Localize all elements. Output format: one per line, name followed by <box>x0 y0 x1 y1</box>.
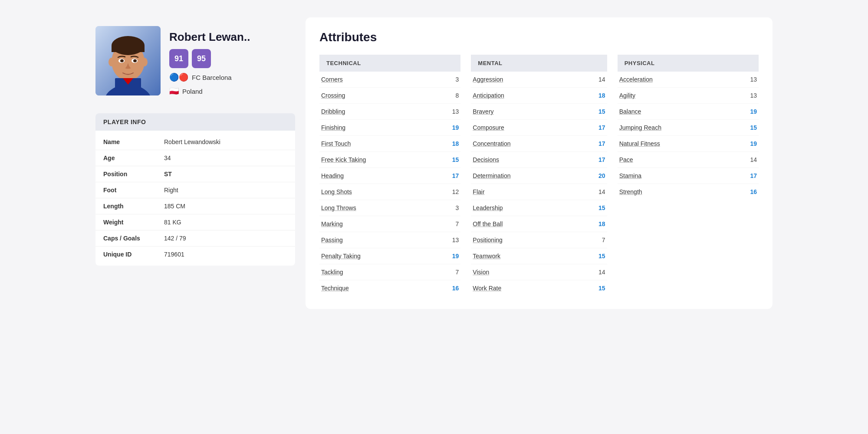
attr-name[interactable]: Composure <box>473 124 504 131</box>
attr-name[interactable]: Passing <box>321 237 343 243</box>
attr-value: 3 <box>456 76 459 83</box>
attr-value: 14 <box>598 76 605 83</box>
attr-name[interactable]: Finishing <box>321 124 345 131</box>
country-row: 🇵🇱 Poland <box>169 86 250 96</box>
rating-badge-2: 95 <box>192 49 211 68</box>
attr-row: Work Rate 15 <box>471 280 607 296</box>
attr-header-technical: TECHNICAL <box>319 55 460 72</box>
info-value: ST <box>164 171 172 178</box>
attr-row: Flair 14 <box>471 184 607 200</box>
attr-name[interactable]: Free Kick Taking <box>321 156 366 163</box>
attr-name[interactable]: Pace <box>619 156 633 163</box>
attr-row: Natural Fitness 19 <box>618 136 759 152</box>
attr-name[interactable]: Anticipation <box>473 92 504 99</box>
attr-value: 8 <box>456 92 459 99</box>
attr-name[interactable]: Penalty Taking <box>321 253 361 260</box>
svg-point-10 <box>108 58 115 66</box>
info-value: 34 <box>164 155 171 161</box>
left-panel: Robert Lewan.. 91 95 🔵🔴 FC Barcelona 🇵🇱 … <box>95 17 295 309</box>
attr-value: 19 <box>452 124 459 131</box>
info-label: Caps / Goals <box>103 235 164 242</box>
attr-value: 13 <box>750 76 757 83</box>
info-label: Age <box>103 155 164 161</box>
info-value: 719601 <box>164 251 184 258</box>
attr-name[interactable]: Tackling <box>321 269 343 276</box>
attr-name[interactable]: Positioning <box>473 237 503 243</box>
info-label: Unique ID <box>103 251 164 258</box>
svg-point-11 <box>141 58 148 66</box>
info-value: 142 / 79 <box>164 235 186 242</box>
attr-name[interactable]: Dribbling <box>321 108 345 115</box>
attr-column-technical: TECHNICAL Corners 3 Crossing 8 Dribbling… <box>319 55 466 296</box>
attr-name[interactable]: Marking <box>321 220 343 227</box>
attr-row: Tackling 7 <box>319 264 460 280</box>
attr-row: Composure 17 <box>471 120 607 136</box>
info-row: Position ST <box>95 166 295 182</box>
player-info-section: PLAYER INFO Name Robert Lewandowski Age … <box>95 113 295 266</box>
attr-value: 13 <box>452 108 459 115</box>
attr-value: 17 <box>598 156 605 163</box>
attr-name[interactable]: Agility <box>619 92 635 99</box>
attr-name[interactable]: Technique <box>321 285 349 292</box>
attr-column-physical: PHYSICAL Acceleration 13 Agility 13 Bala… <box>612 55 759 296</box>
attr-row: Anticipation 18 <box>471 88 607 104</box>
attr-row: Finishing 19 <box>319 120 460 136</box>
attr-name[interactable]: Flair <box>473 188 484 195</box>
attr-name[interactable]: Long Throws <box>321 204 356 211</box>
attr-row: Technique 16 <box>319 280 460 296</box>
attr-name[interactable]: Balance <box>619 108 641 115</box>
attr-name[interactable]: Determination <box>473 172 510 179</box>
attr-value: 16 <box>750 188 757 195</box>
attr-name[interactable]: Work Rate <box>473 285 501 292</box>
info-row: Weight 81 KG <box>95 214 295 230</box>
attr-row: First Touch 18 <box>319 136 460 152</box>
attr-row: Long Throws 3 <box>319 200 460 216</box>
attr-name[interactable]: Concentration <box>473 140 510 147</box>
attr-name[interactable]: Long Shots <box>321 188 352 195</box>
attr-name[interactable]: Teamwork <box>473 253 500 260</box>
attr-value: 14 <box>750 156 757 163</box>
info-value: 185 CM <box>164 203 185 210</box>
info-value: Right <box>164 187 178 194</box>
attr-value: 17 <box>750 172 757 179</box>
attr-name[interactable]: Corners <box>321 76 343 83</box>
attr-name[interactable]: Heading <box>321 172 344 179</box>
attr-row: Concentration 17 <box>471 136 607 152</box>
info-value: Robert Lewandowski <box>164 138 220 145</box>
attr-value: 15 <box>598 285 605 292</box>
attr-name[interactable]: Aggression <box>473 76 503 83</box>
attr-value: 19 <box>750 108 757 115</box>
attr-row: Determination 20 <box>471 168 607 184</box>
attr-name[interactable]: Off the Ball <box>473 220 503 227</box>
attr-header-physical: PHYSICAL <box>618 55 759 72</box>
player-avatar <box>95 26 161 95</box>
attr-name[interactable]: Strength <box>619 188 642 195</box>
attr-name[interactable]: Bravery <box>473 108 493 115</box>
attr-name[interactable]: Crossing <box>321 92 345 99</box>
attr-name[interactable]: Decisions <box>473 156 499 163</box>
attr-row: Teamwork 15 <box>471 248 607 264</box>
attr-value: 14 <box>598 188 605 195</box>
attr-name[interactable]: Stamina <box>619 172 641 179</box>
attr-name[interactable]: Natural Fitness <box>619 140 660 147</box>
flag-icon: 🇵🇱 <box>169 86 179 96</box>
attributes-grid: TECHNICAL Corners 3 Crossing 8 Dribbling… <box>319 55 759 296</box>
attr-name[interactable]: Acceleration <box>619 76 653 83</box>
attr-name[interactable]: Jumping Reach <box>619 124 661 131</box>
attr-name[interactable]: Leadership <box>473 204 503 211</box>
attr-name[interactable]: Vision <box>473 269 489 276</box>
attr-row: Off the Ball 18 <box>471 216 607 232</box>
attr-row: Corners 3 <box>319 72 460 88</box>
info-row: Caps / Goals 142 / 79 <box>95 230 295 247</box>
attr-name[interactable]: First Touch <box>321 140 351 147</box>
right-panel: Attributes TECHNICAL Corners 3 Crossing … <box>306 17 773 309</box>
attr-value: 17 <box>598 124 605 131</box>
attr-value: 7 <box>456 269 459 276</box>
info-row: Length 185 CM <box>95 198 295 214</box>
attr-row: Passing 13 <box>319 232 460 248</box>
attr-row: Agility 13 <box>618 88 759 104</box>
attr-row: Decisions 17 <box>471 152 607 168</box>
info-label: Name <box>103 138 164 145</box>
attr-row: Balance 19 <box>618 104 759 120</box>
attr-row: Crossing 8 <box>319 88 460 104</box>
